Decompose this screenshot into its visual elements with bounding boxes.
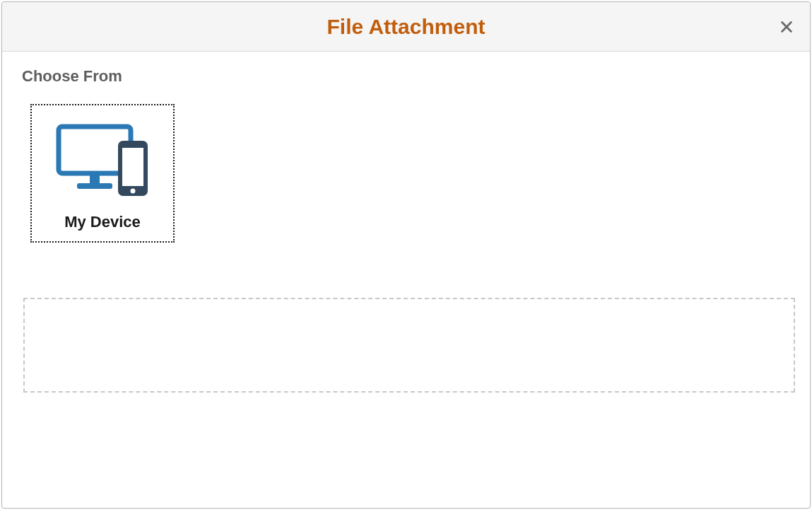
svg-rect-3 [90,173,100,183]
my-device-label: My Device [64,213,141,231]
source-options: My Device [30,104,790,243]
close-button[interactable] [776,16,797,37]
choose-from-label: Choose From [22,67,790,86]
dialog-title: File Attachment [327,15,486,39]
file-dropzone[interactable] [23,298,795,393]
file-attachment-dialog: File Attachment Choose From [1,1,811,509]
device-icon [53,115,152,207]
my-device-option[interactable]: My Device [30,104,175,243]
dialog-body: Choose From [2,52,810,508]
svg-rect-6 [122,148,143,186]
dialog-header: File Attachment [2,2,810,52]
svg-rect-4 [77,183,112,189]
svg-point-7 [131,189,136,194]
close-icon [779,19,794,35]
